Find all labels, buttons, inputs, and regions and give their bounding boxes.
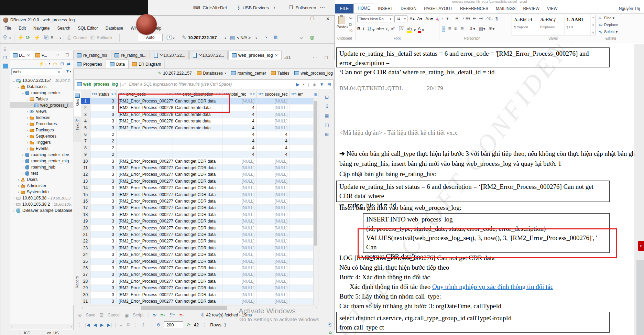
connection-dropdown[interactable]: ▾ (225, 36, 226, 40)
data-cell[interactable]: [NULL] (222, 278, 257, 285)
filter-funnel-icon[interactable]: ▼▾ (66, 69, 71, 74)
history-dropdown[interactable]: ▾ (173, 36, 175, 40)
table-row[interactable]: 173[RM2_Error_Process_000277]Can not get… (81, 205, 313, 211)
restore-view-icon[interactable]: ❐ (3, 55, 8, 60)
cancel-button[interactable]: Cancel (108, 313, 120, 317)
font-name-select[interactable]: Times New Ro▾ (357, 15, 393, 22)
transaction-dropdown[interactable]: ▾ (59, 36, 61, 40)
transaction-mode-icon[interactable]: ⎘ (44, 34, 48, 41)
chevron-expanded-icon[interactable]: ⌄ (21, 91, 25, 95)
ctrl-alt-del-button[interactable]: ⌨ Ctrl+Alt+Del (193, 0, 227, 15)
data-cell[interactable]: 4 (222, 118, 257, 125)
data-cell[interactable]: Can not get CDR data (173, 185, 222, 191)
data-cell[interactable]: [RM2_Error_Process_000277] (117, 278, 173, 285)
dashboard-gauge-icon[interactable]: ◔ (264, 34, 268, 40)
edit-row-icon[interactable]: ≡⁄ (153, 313, 156, 318)
data-cell[interactable]: [RM2_Error_Process_000277] (117, 171, 173, 178)
row-number-cell[interactable]: 14 (81, 185, 90, 191)
chevron-collapsed-icon[interactable]: › (25, 147, 29, 151)
data-cell[interactable]: [RM2_Error_Process_000277] (117, 198, 173, 205)
chevron-collapsed-icon[interactable]: › (25, 128, 29, 132)
data-cell[interactable]: [NULL] (257, 251, 290, 258)
globe-icon[interactable]: ◍ (310, 34, 314, 41)
table-row[interactable]: 293[RM2_Error_Process_000277]Can not get… (81, 285, 313, 291)
data-cell[interactable]: 3 (90, 225, 117, 231)
table-row[interactable]: 233[RM2_Error_Process_000277]Can not get… (81, 245, 313, 251)
data-cell[interactable]: Can not rerate data (173, 125, 222, 131)
superscript-button[interactable]: x² (391, 26, 395, 31)
change-case-icon[interactable]: Aa▾ (425, 16, 433, 21)
data-cell[interactable]: 3 (90, 192, 117, 198)
new-connection-icon[interactable]: ⚡+ (39, 61, 46, 66)
table-row[interactable]: 213[RM2_Error_Process_000277]Can not get… (81, 231, 313, 238)
duplicate-row-icon[interactable]: ⠿⁺ (170, 313, 175, 318)
transaction-auto-select[interactable]: Auto (138, 34, 163, 41)
data-cell[interactable] (290, 171, 313, 178)
tree-item-packages[interactable]: ›Packages (10, 127, 73, 133)
rollback-icon[interactable]: ⎗ (90, 34, 95, 41)
multilevel-list-icon[interactable]: ⋮≡▾ (461, 16, 470, 21)
table-row[interactable]: 243[RM2_Error_Process_000277]Can not get… (81, 251, 313, 258)
table-row[interactable]: 253[RM2_Error_Process_000277]Can not get… (81, 258, 313, 265)
tree-item-sequences[interactable]: ›Sequences (10, 133, 73, 139)
fetch-all-icon[interactable]: ⧉ (127, 322, 130, 327)
replace-button[interactable]: Replace (604, 23, 618, 27)
style-h1[interactable]: 1. AABI ¶ H1 (565, 15, 591, 35)
data-cell[interactable]: [RM2_Error_Process_000277] (117, 192, 173, 198)
chevron-collapsed-icon[interactable]: › (12, 196, 16, 200)
chevron-collapsed-icon[interactable]: › (25, 110, 29, 114)
row-number-cell[interactable]: 18 (81, 212, 90, 218)
data-cell[interactable]: 2 (90, 131, 117, 138)
clear-filter-icon[interactable]: ✕ (57, 70, 61, 74)
data-cell[interactable] (290, 271, 313, 278)
tab-references[interactable]: REFERENCES (456, 4, 492, 13)
data-cell[interactable]: [NULL] (222, 245, 257, 251)
underline-button[interactable]: U (368, 26, 371, 31)
data-cell[interactable]: Can not get CDR data (173, 171, 222, 178)
table-row[interactable]: 113[RM2_Error_Process_000277]Can not get… (81, 165, 313, 171)
minimize-button[interactable]: — (294, 16, 298, 21)
search-icon[interactable]: ⌕ (300, 34, 303, 41)
more-options-button[interactable]: ⋯ (320, 0, 325, 15)
data-cell[interactable] (290, 212, 313, 218)
refresh-icon[interactable]: ⟳ (187, 322, 190, 327)
data-cell[interactable]: Can not get CDR data (173, 231, 222, 238)
row-number-cell[interactable]: 2 (81, 105, 90, 111)
data-cell[interactable]: 4 (222, 138, 257, 144)
data-cell[interactable] (290, 105, 313, 111)
calc-panel-icon[interactable]: ▦ (324, 113, 330, 118)
data-cell[interactable]: [NULL] (222, 192, 257, 198)
tree-item-databases[interactable]: ⌄Databases (10, 84, 73, 90)
disconnect-icon[interactable]: ⚡ (34, 34, 41, 41)
connection-type-dropdown[interactable]: ▾ (49, 62, 51, 65)
reconnect-icon[interactable]: ⟳ (26, 34, 30, 41)
data-cell[interactable] (290, 258, 313, 265)
word-document[interactable]: VIETTEL-CSOFT CONFIDENTIAL VIETTEL Updat… (335, 44, 634, 335)
minimized-view-icon[interactable] (3, 64, 8, 68)
table-row[interactable]: 273[RM2_Error_Process_000277]Can not get… (81, 271, 313, 278)
data-cell[interactable]: [NULL] (222, 258, 257, 265)
data-cell[interactable]: Can not get CDR data (173, 192, 222, 198)
tab-database-navigator[interactable]: D... ✕ (10, 51, 33, 60)
data-cell[interactable] (290, 265, 313, 271)
style-emphasis[interactable]: AaBbC( Emphasis (538, 15, 564, 35)
data-cell[interactable]: [NULL] (257, 198, 290, 205)
chevron-collapsed-icon[interactable]: › (17, 184, 20, 188)
tab-web-process-log[interactable]: web_process_log✕ (228, 51, 282, 60)
data-cell[interactable]: [NULL] (222, 185, 257, 191)
transaction-mode-label[interactable]: S... (51, 35, 57, 40)
data-cell[interactable]: Can not get CDR data (173, 245, 222, 251)
connection-selector[interactable]: 10.207.222.157 (188, 35, 217, 40)
data-cell[interactable] (290, 165, 313, 171)
copy-icon[interactable]: ⧉ (349, 22, 352, 28)
data-cell[interactable] (173, 131, 222, 138)
data-cell[interactable]: 4 (257, 131, 290, 138)
data-cell[interactable] (290, 231, 313, 238)
data-cell[interactable]: Can not get CDR data (173, 258, 222, 265)
table-row[interactable]: 163[RM2_Error_Process_000277]Can not get… (81, 198, 313, 205)
data-cell[interactable]: 3 (90, 218, 117, 225)
table-row[interactable]: 43[RM2_Error_Process_000278]Can not rera… (81, 118, 313, 125)
data-cell[interactable]: 3 (90, 278, 117, 285)
breadcrumb-connection[interactable]: ✎10.207.222.157 (158, 71, 192, 76)
table-row[interactable]: 263[RM2_Error_Process_000277]Can not get… (81, 265, 313, 271)
